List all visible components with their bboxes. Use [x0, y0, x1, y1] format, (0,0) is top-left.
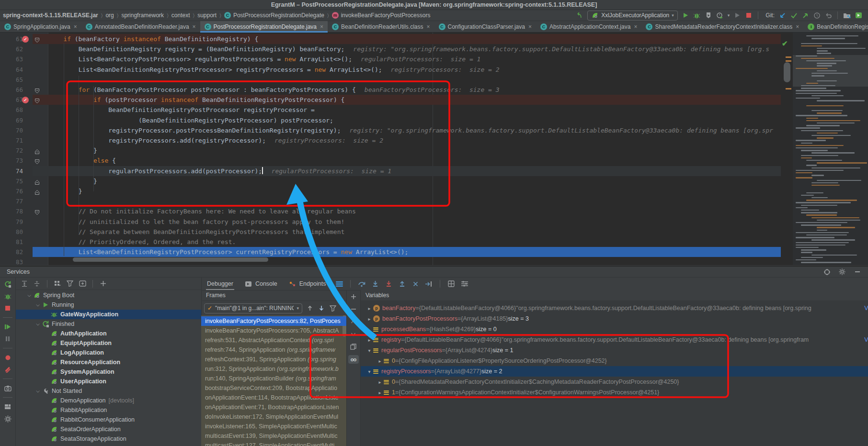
commit-icon[interactable] [790, 11, 798, 19]
stack-frame-row[interactable]: refreshContext:391, SpringApplication (o… [201, 355, 346, 364]
service-item-RabbitApplication[interactable]: RabbitApplication [16, 405, 202, 415]
step-out-icon[interactable] [398, 280, 406, 288]
maximize-window-icon[interactable] [22, 2, 28, 8]
step-into-icon[interactable] [371, 280, 379, 288]
fold-marker-icon[interactable] [34, 147, 40, 154]
stack-frame-row[interactable]: invokeListener:165, SimpleApplicationEve… [201, 422, 346, 431]
pause-icon[interactable] [4, 335, 11, 343]
chevron-right-icon[interactable]: ▸ [365, 337, 373, 343]
profiler-chevron-icon[interactable]: ▾ [728, 13, 730, 18]
run-icon[interactable] [682, 11, 689, 19]
view-breakpoints-icon[interactable] [4, 354, 11, 361]
service-item-DemoApplication[interactable]: DemoApplication[devtools] [16, 396, 202, 405]
stack-frame-row[interactable]: invokeBeanFactoryPostProcessors:82, Post… [201, 316, 346, 326]
fold-marker-icon[interactable] [34, 178, 40, 184]
breadcrumb-item[interactable]: minvokeBeanFactoryPostProcessors [332, 12, 431, 19]
run-configuration-select[interactable]: XxlJobExecutorApplication▾ [587, 11, 678, 21]
tab-endpoints[interactable]: Endpoints [283, 278, 332, 290]
variable-row-0[interactable]: ▸0 = {SharedMetadataReaderFactoryContext… [361, 377, 868, 387]
chevron-down-icon[interactable]: ▾ [365, 348, 373, 353]
service-item-EquiptApplication[interactable]: EquiptApplication [16, 338, 202, 348]
debug-icon[interactable] [4, 292, 11, 300]
breadcrumb-item[interactable]: context [171, 12, 190, 19]
close-icon[interactable]: × [528, 24, 532, 29]
tab-debugger[interactable]: Debugger [201, 278, 239, 290]
update-icon[interactable] [778, 11, 786, 19]
breakpoint-icon[interactable]: ✓ [22, 97, 29, 103]
evaluate-icon[interactable] [447, 280, 455, 288]
close-icon[interactable]: × [634, 24, 637, 29]
hide-icon[interactable] [854, 268, 861, 276]
resume-icon[interactable] [4, 323, 11, 331]
stack-frame-row[interactable]: run:140, SpringApplicationBuilder (org.s… [201, 374, 346, 383]
stop-icon[interactable] [4, 304, 11, 312]
down-icon[interactable] [318, 304, 325, 312]
move-up-icon[interactable] [350, 318, 357, 325]
layout-icon[interactable] [4, 403, 11, 411]
stack-frame-row[interactable]: multicastEvent:127, SimpleApplicationEve… [201, 441, 346, 446]
step-over-icon[interactable] [358, 280, 365, 288]
stack-frame-row[interactable]: bootstrapServiceContext:209, BootstrapAp… [201, 383, 346, 393]
variable-row-1[interactable]: ▸1 = {ConfigurationWarningsApplicationCo… [361, 387, 868, 398]
run-to-cursor-icon[interactable] [425, 280, 433, 288]
variable-row-beanFactory[interactable]: ▸pbeanFactory = {DefaultListableBeanFact… [361, 303, 868, 313]
service-item-LogApplication[interactable]: LogApplication [16, 348, 202, 357]
chevron-down-icon[interactable]: ⌵ [25, 292, 33, 298]
collapse-all-icon[interactable] [33, 280, 41, 288]
breadcrumb-item[interactable]: support [197, 12, 217, 19]
chevron-down-icon[interactable]: ⌵ [34, 302, 42, 308]
breadcrumb-item[interactable]: springframework [121, 12, 164, 19]
service-item-RabbitConsumerApplication[interactable]: RabbitConsumerApplication [16, 415, 202, 424]
variable-row-0[interactable]: ▸0 = {ConfigFileApplicationListener$Prop… [361, 356, 868, 366]
close-window-icon[interactable] [5, 2, 11, 8]
mute-breakpoints-icon[interactable] [4, 366, 11, 373]
service-item-SystemApplication[interactable]: SystemApplication [16, 367, 202, 377]
chevron-right-icon[interactable]: ▸ [365, 316, 373, 322]
service-item-AuthApplication[interactable]: AuthApplication [16, 329, 202, 338]
variable-row-registryProcessors[interactable]: ▾registryProcessors = {ArrayList@4277} s… [361, 366, 868, 377]
history-icon[interactable] [813, 11, 821, 19]
fold-marker-icon[interactable] [34, 97, 40, 103]
fold-marker-icon[interactable] [34, 87, 40, 93]
editor-tab[interactable]: IBeanDefinitionRegistryP [803, 21, 868, 32]
stack-frame-row[interactable]: onApplicationEvent:71, BootstrapApplicat… [201, 402, 346, 412]
chevron-right-icon[interactable]: ▸ [376, 358, 384, 364]
fold-marker-icon[interactable] [34, 188, 40, 194]
service-item-SeataOrderApplication[interactable]: SeataOrderApplication [16, 424, 202, 434]
close-icon[interactable]: × [193, 24, 196, 29]
close-icon[interactable]: × [796, 24, 799, 29]
add-service-icon[interactable] [99, 280, 107, 288]
debug-icon[interactable] [693, 11, 701, 19]
event-log-icon[interactable] [855, 11, 862, 19]
back-icon[interactable] [576, 11, 583, 19]
stack-frame-row[interactable]: refresh:744, SpringApplication (org.spri… [201, 345, 346, 355]
chevron-down-icon[interactable]: ▾ [365, 369, 373, 374]
service-item-Finished[interactable]: ⌵Finished [16, 319, 202, 329]
editor-tab[interactable]: CAbstractApplicationContext.java× [536, 21, 641, 32]
duplicate-icon[interactable] [350, 343, 357, 350]
stack-frame-row[interactable]: onApplicationEvent:114, BootstrapApplica… [201, 393, 346, 402]
settings-icon[interactable] [838, 268, 846, 276]
stack-frame-row[interactable]: doInvokeListener:172, SimpleApplicationE… [201, 412, 346, 422]
service-item-UserApplication[interactable]: UserApplication [16, 377, 202, 386]
filter-icon[interactable] [329, 304, 337, 312]
service-item-GateWayApplication[interactable]: GateWayApplication [16, 310, 202, 319]
stack-frame-row[interactable]: invokeBeanFactoryPostProcessors:705, Abs… [201, 326, 346, 335]
fold-marker-icon[interactable] [34, 157, 40, 164]
service-item-Running[interactable]: ⌵Running [16, 300, 202, 310]
push-icon[interactable] [801, 11, 809, 19]
float-mode-icon[interactable] [823, 268, 831, 276]
thread-dropdown[interactable]: ✓"main"@1 in g...ain": RUNNING▾ [204, 303, 302, 313]
filter-icon[interactable] [66, 280, 74, 288]
chevron-right-icon[interactable]: ▸ [376, 390, 384, 395]
coverage-icon[interactable] [705, 11, 712, 19]
service-item-SeataStorageApplication[interactable]: SeataStorageApplication [16, 434, 202, 444]
stack-frame-row[interactable]: multicastEvent:139, SimpleApplicationEve… [201, 431, 346, 441]
profiler-icon[interactable] [716, 11, 724, 19]
breadcrumb-item[interactable]: CPostProcessorRegistrationDelegate [224, 12, 324, 19]
editor-tab[interactable]: CBeanDefinitionReaderUtils.class× [328, 21, 434, 32]
breadcrumb-item[interactable]: org [105, 12, 114, 19]
stop-icon[interactable] [745, 11, 753, 19]
variable-row-processedBeans[interactable]: processedBeans = {HashSet@4269} size = 0 [361, 324, 868, 334]
fold-marker-icon[interactable] [34, 208, 40, 214]
